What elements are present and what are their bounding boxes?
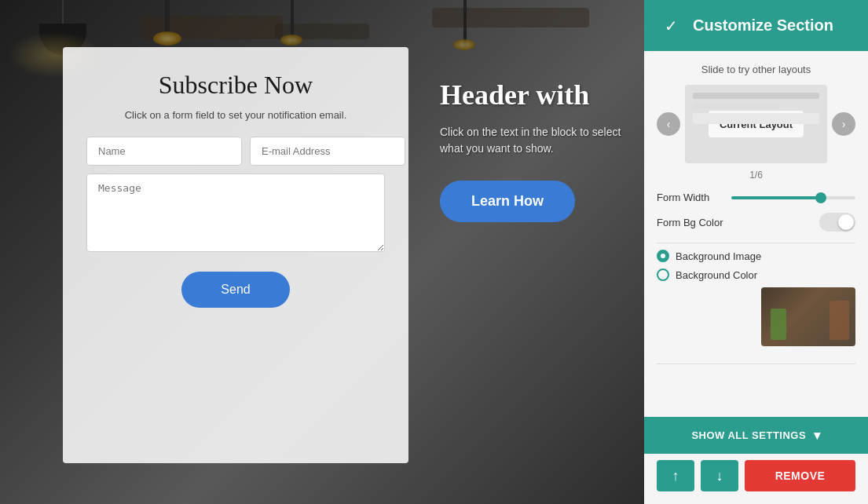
- learn-how-button[interactable]: Learn How: [440, 181, 575, 222]
- right-title: Header with: [440, 79, 644, 111]
- right-subtitle: Click on the text in the block to select…: [440, 124, 644, 157]
- customize-sidebar: ✓ Customize Section Slide to try other l…: [644, 0, 868, 504]
- form-name-email-row: [86, 137, 385, 166]
- move-down-button[interactable]: ↓: [701, 460, 738, 491]
- form-bg-color-label: Form Bg Color: [657, 217, 723, 228]
- sidebar-body: Slide to try other layouts ‹ Current Lay…: [644, 51, 868, 417]
- divider-1: [657, 243, 855, 243]
- name-input[interactable]: [86, 137, 242, 166]
- background-color-radio[interactable]: [657, 268, 669, 281]
- layout-preview: Current Layout: [685, 85, 827, 163]
- layout-indicator: 1/6: [657, 170, 855, 181]
- layout-carousel: ‹ Current Layout ›: [657, 85, 855, 163]
- bg-thumbnail-container: [657, 287, 855, 357]
- background-image-label: Background Image: [676, 250, 761, 262]
- email-input[interactable]: [250, 137, 405, 166]
- thumbnail-element-1: [771, 309, 786, 340]
- sidebar-header: ✓ Customize Section: [644, 0, 868, 51]
- form-width-slider[interactable]: [731, 196, 855, 199]
- sidebar-title: Customize Section: [693, 16, 833, 35]
- background-image-radio[interactable]: [657, 250, 669, 262]
- bottom-buttons: ↑ ↓ REMOVE: [644, 460, 868, 504]
- show-all-settings-label: SHOW ALL SETTINGS: [691, 429, 806, 441]
- form-panel: Subscribe Now Click on a form field to s…: [63, 47, 408, 463]
- message-textarea[interactable]: [86, 173, 385, 252]
- preview-box-2: [756, 113, 819, 124]
- form-subtitle: Click on a form field to set your notifi…: [125, 109, 347, 121]
- form-width-label: Form Width: [657, 192, 723, 203]
- background-image-row: Background Image: [657, 250, 855, 262]
- right-content: Header with Click on the text in the blo…: [440, 79, 644, 222]
- background-color-row: Background Color: [657, 268, 855, 281]
- chevron-down-icon: ▾: [814, 428, 821, 443]
- background-color-label: Background Color: [676, 269, 757, 281]
- preview-box-1: [693, 113, 756, 124]
- carousel-next-button[interactable]: ›: [832, 112, 855, 136]
- preview-line-1: [693, 93, 819, 99]
- form-bg-color-row: Form Bg Color: [657, 213, 855, 232]
- background-thumbnail[interactable]: [761, 287, 855, 346]
- carousel-prev-button[interactable]: ‹: [657, 112, 680, 136]
- send-button[interactable]: Send: [181, 272, 289, 308]
- form-bg-color-toggle[interactable]: [819, 213, 855, 232]
- divider-2: [657, 363, 855, 364]
- remove-button[interactable]: REMOVE: [745, 460, 855, 491]
- slide-label: Slide to try other layouts: [657, 64, 855, 75]
- preview-area: Subscribe Now Click on a form field to s…: [0, 0, 644, 504]
- slider-thumb: [815, 192, 826, 203]
- check-icon[interactable]: ✓: [660, 15, 682, 37]
- toggle-thumb: [838, 214, 854, 230]
- thumbnail-element-2: [830, 301, 849, 340]
- slider-fill: [731, 196, 819, 199]
- form-width-row: Form Width: [657, 192, 855, 203]
- form-title: Subscribe Now: [159, 71, 313, 100]
- move-up-button[interactable]: ↑: [657, 460, 694, 491]
- show-all-settings-button[interactable]: SHOW ALL SETTINGS ▾: [644, 417, 868, 454]
- preview-line-2: [693, 104, 778, 108]
